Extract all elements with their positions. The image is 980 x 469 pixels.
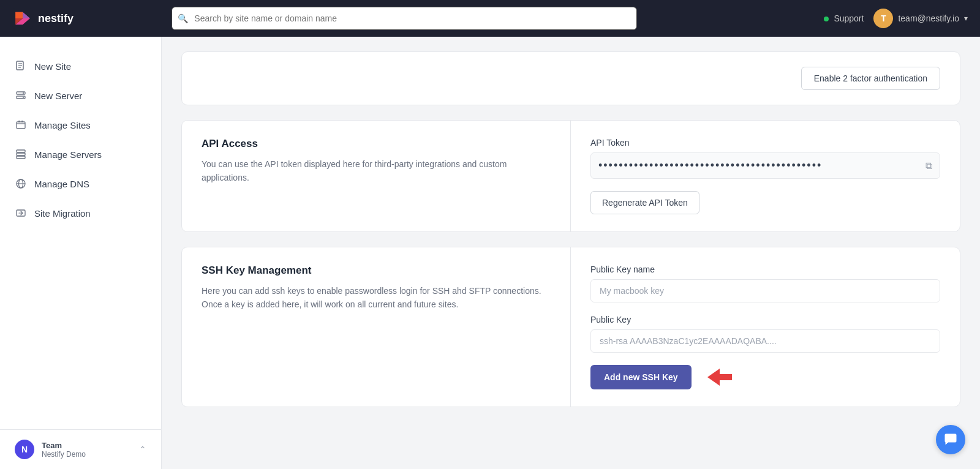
- site-migration-icon: [15, 207, 27, 219]
- sidebar-label-site-migration: Site Migration: [34, 208, 91, 219]
- sidebar-item-manage-sites[interactable]: Manage Sites: [0, 110, 161, 140]
- api-access-title: API Access: [202, 138, 551, 150]
- sidebar: New Site New Server Manage Sites Manage …: [0, 37, 162, 469]
- sidebar-label-new-server: New Server: [34, 91, 82, 101]
- enable-2fa-button[interactable]: Enable 2 factor authentication: [801, 67, 940, 90]
- svg-rect-14: [18, 121, 20, 122]
- sidebar-team-section[interactable]: N Team Nestify Demo ⌃: [0, 429, 161, 469]
- sidebar-nav: New Site New Server Manage Sites Manage …: [0, 47, 161, 429]
- logo-text: nestify: [38, 12, 74, 25]
- team-avatar: N: [15, 440, 34, 459]
- api-access-description: You can use the API token displayed here…: [202, 157, 551, 185]
- team-subname-label: Nestify Demo: [42, 450, 132, 459]
- ssh-key-right: Public Key name Public Key Add new SSH K…: [571, 247, 960, 407]
- chat-button[interactable]: [936, 425, 965, 454]
- new-site-icon: [15, 60, 27, 72]
- sidebar-item-new-server[interactable]: New Server: [0, 81, 161, 110]
- api-access-right: API Token ••••••••••••••••••••••••••••••…: [571, 121, 960, 231]
- support-label: Support: [834, 13, 864, 23]
- user-avatar: T: [873, 9, 893, 28]
- public-key-name-label: Public Key name: [590, 265, 940, 274]
- add-ssh-key-button[interactable]: Add new SSH Key: [590, 365, 692, 389]
- two-fa-card: Enable 2 factor authentication: [181, 51, 960, 105]
- user-email: team@nestify.io: [898, 13, 959, 23]
- main-content: Enable 2 factor authentication API Acces…: [162, 37, 980, 469]
- app-layout: New Site New Server Manage Sites Manage …: [0, 0, 980, 469]
- user-menu-chevron: ▾: [964, 14, 968, 23]
- sidebar-label-manage-sites: Manage Sites: [34, 120, 91, 130]
- api-token-value: ••••••••••••••••••••••••••••••••••••••••…: [598, 159, 921, 172]
- sidebar-label-manage-dns: Manage DNS: [34, 179, 89, 189]
- ssh-key-description: Here you can add ssh keys to enable pass…: [202, 284, 551, 312]
- sidebar-item-new-site[interactable]: New Site: [0, 51, 161, 81]
- sidebar-item-manage-servers[interactable]: Manage Servers: [0, 140, 161, 169]
- public-key-name-input[interactable]: [590, 279, 940, 302]
- svg-point-11: [23, 92, 24, 94]
- nestify-logo-icon: [12, 8, 33, 29]
- ssh-key-card: SSH Key Management Here you can add ssh …: [181, 247, 960, 407]
- regenerate-token-button[interactable]: Regenerate API Token: [590, 191, 699, 214]
- ssh-key-title: SSH Key Management: [202, 265, 551, 277]
- ssh-key-left: SSH Key Management Here you can add ssh …: [182, 247, 571, 407]
- add-ssh-key-row: Add new SSH Key: [590, 365, 940, 389]
- public-key-input[interactable]: [590, 329, 940, 353]
- sidebar-label-manage-servers: Manage Servers: [34, 149, 102, 160]
- svg-marker-2: [15, 12, 23, 18]
- sidebar-label-new-site: New Site: [34, 61, 71, 72]
- support-online-dot: [824, 17, 829, 21]
- svg-rect-13: [17, 122, 25, 129]
- svg-rect-17: [17, 153, 25, 156]
- new-server-icon: [15, 89, 27, 102]
- copy-token-icon[interactable]: ⧉: [925, 160, 932, 171]
- svg-rect-18: [17, 156, 25, 159]
- api-token-field: ••••••••••••••••••••••••••••••••••••••••…: [590, 152, 940, 179]
- logo-link[interactable]: nestify: [12, 8, 74, 29]
- manage-servers-icon: [15, 148, 27, 160]
- nav-right: Support T team@nestify.io ▾: [824, 9, 968, 28]
- public-key-label: Public Key: [590, 315, 940, 325]
- team-name-label: Team: [42, 441, 132, 450]
- api-access-card: API Access You can use the API token dis…: [181, 120, 960, 232]
- search-container: 🔍: [172, 7, 637, 30]
- svg-point-12: [23, 97, 24, 98]
- svg-rect-16: [17, 150, 25, 152]
- manage-dns-icon: [15, 178, 27, 190]
- svg-rect-24: [718, 374, 732, 380]
- top-nav: nestify 🔍 Support T team@nestify.io ▾: [0, 0, 980, 37]
- api-token-label: API Token: [590, 138, 940, 148]
- sidebar-item-manage-dns[interactable]: Manage DNS: [0, 169, 161, 198]
- team-info: Team Nestify Demo: [42, 441, 132, 459]
- support-indicator: Support: [824, 13, 864, 24]
- svg-rect-15: [21, 121, 23, 122]
- svg-marker-23: [707, 369, 720, 386]
- search-input[interactable]: [172, 7, 637, 30]
- sidebar-item-site-migration[interactable]: Site Migration: [0, 198, 161, 228]
- manage-sites-icon: [15, 119, 27, 131]
- user-menu[interactable]: T team@nestify.io ▾: [873, 9, 968, 28]
- search-icon: 🔍: [178, 13, 188, 23]
- team-expand-chevron: ⌃: [139, 445, 146, 454]
- api-access-left: API Access You can use the API token dis…: [182, 121, 571, 231]
- arrow-indicator: [701, 366, 738, 388]
